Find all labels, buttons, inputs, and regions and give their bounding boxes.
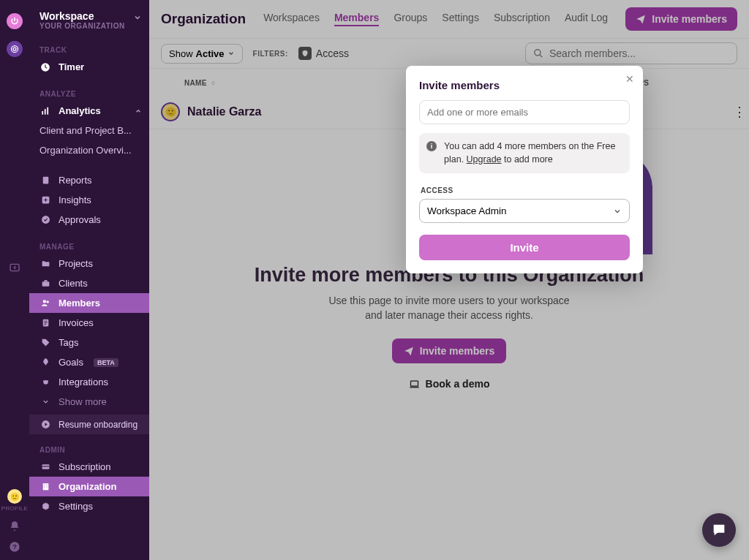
svg-rect-22 xyxy=(46,485,47,485)
document-icon xyxy=(39,175,51,185)
card-icon xyxy=(39,462,51,472)
svg-point-1 xyxy=(13,48,16,50)
svg-rect-23 xyxy=(44,487,45,488)
chat-fab[interactable] xyxy=(702,513,736,547)
sidebar-item-tags[interactable]: Tags xyxy=(29,333,149,352)
gear-icon xyxy=(39,502,51,511)
clock-icon xyxy=(39,62,51,72)
rocket-icon xyxy=(39,357,51,367)
sidebar-label: Insights xyxy=(59,194,91,205)
sidebar-item-client-project[interactable]: Client and Project B... xyxy=(29,121,149,140)
profile-label: PROFILE xyxy=(1,505,28,512)
chart-icon xyxy=(39,106,51,116)
sidebar-item-analytics[interactable]: Analytics xyxy=(29,101,149,121)
role-dropdown[interactable]: Workspace Admin xyxy=(419,199,630,223)
play-circle-icon xyxy=(39,420,51,429)
svg-rect-24 xyxy=(46,487,47,488)
svg-text:?: ? xyxy=(12,543,17,550)
sidebar-label: Reports xyxy=(59,175,92,186)
svg-point-11 xyxy=(42,216,50,224)
sidebar-label: Tags xyxy=(59,337,78,348)
upgrade-link[interactable]: Upgrade xyxy=(467,154,502,164)
notifications-icon[interactable] xyxy=(9,521,20,532)
chevron-down-icon xyxy=(39,398,51,406)
section-analyze: ANALYZE xyxy=(29,86,149,101)
sidebar-item-clients[interactable]: Clients xyxy=(29,273,149,293)
plug-icon xyxy=(39,377,51,387)
collapse-sidebar-icon[interactable] xyxy=(0,262,29,273)
svg-rect-12 xyxy=(42,281,49,287)
briefcase-icon xyxy=(39,279,51,288)
help-icon[interactable]: ? xyxy=(9,541,20,553)
plan-note: i You can add 4 more members on the Free… xyxy=(419,133,630,173)
sidebar-item-resume-onboarding[interactable]: Resume onboarding xyxy=(29,415,149,434)
building-icon xyxy=(39,482,51,491)
toggl-power-icon[interactable] xyxy=(7,13,23,29)
folder-icon xyxy=(39,259,51,268)
section-admin: ADMIN xyxy=(29,442,149,457)
sidebar-item-timer[interactable]: Timer xyxy=(29,57,149,77)
sidebar-label: Client and Project B... xyxy=(39,125,132,136)
email-input[interactable] xyxy=(419,100,630,124)
sidebar-label: Organization xyxy=(59,481,116,492)
svg-rect-13 xyxy=(44,280,47,281)
sidebar-label: Clients xyxy=(59,278,88,289)
svg-rect-19 xyxy=(42,466,49,466)
svg-point-15 xyxy=(46,300,48,303)
workspace-subtitle: YOUR ORGANIZATION xyxy=(39,22,139,30)
sidebar: Workspace YOUR ORGANIZATION TRACK Timer … xyxy=(29,0,149,560)
sidebar-label: Resume onboarding xyxy=(59,420,138,430)
plus-square-icon xyxy=(39,195,51,205)
sidebar-label: Projects xyxy=(59,258,93,269)
sidebar-item-integrations[interactable]: Integrations xyxy=(29,372,149,392)
sidebar-item-projects[interactable]: Projects xyxy=(29,254,149,273)
sidebar-item-approvals[interactable]: Approvals xyxy=(29,210,149,230)
sidebar-item-reports[interactable]: Reports xyxy=(29,170,149,190)
role-value: Workspace Admin xyxy=(427,205,507,216)
svg-rect-6 xyxy=(42,111,43,115)
check-circle-icon xyxy=(39,215,51,224)
svg-rect-8 xyxy=(47,107,48,114)
chevron-down-icon xyxy=(133,13,142,22)
sidebar-label: Timer xyxy=(59,61,84,72)
invite-modal: ✕ Invite members i You can add 4 more me… xyxy=(406,66,643,273)
sidebar-item-insights[interactable]: Insights xyxy=(29,190,149,210)
product-switcher-icon[interactable] xyxy=(7,41,23,57)
tag-icon xyxy=(39,338,51,347)
sidebar-label: Goals xyxy=(59,357,83,368)
sidebar-label: Integrations xyxy=(59,377,108,387)
icon-rail: 🙂 PROFILE ? xyxy=(0,0,29,560)
invite-submit-button[interactable]: Invite xyxy=(419,235,630,260)
chevron-down-icon xyxy=(613,207,622,216)
modal-title: Invite members xyxy=(419,79,630,91)
sidebar-item-subscription[interactable]: Subscription xyxy=(29,457,149,477)
sidebar-label: Members xyxy=(59,298,100,309)
sidebar-label: Approvals xyxy=(59,214,101,225)
sidebar-label: Organization Overvi... xyxy=(39,145,132,156)
workspace-switcher[interactable]: Workspace YOUR ORGANIZATION xyxy=(29,7,149,42)
sidebar-item-settings[interactable]: Settings xyxy=(29,496,149,516)
close-icon[interactable]: ✕ xyxy=(625,73,634,85)
sidebar-item-organization[interactable]: Organization xyxy=(29,477,149,496)
sidebar-label: Show more xyxy=(59,396,107,407)
svg-rect-7 xyxy=(45,109,46,115)
sidebar-item-org-overview[interactable]: Organization Overvi... xyxy=(29,140,149,160)
chevron-up-icon xyxy=(135,107,142,115)
profile-avatar[interactable]: 🙂 PROFILE xyxy=(1,489,28,512)
sidebar-label: Subscription xyxy=(59,461,111,472)
svg-point-14 xyxy=(42,300,45,303)
sidebar-item-members[interactable]: Members xyxy=(29,293,149,313)
invoice-icon xyxy=(39,318,51,328)
access-label: ACCESS xyxy=(421,186,630,194)
users-icon xyxy=(39,298,51,308)
svg-rect-20 xyxy=(42,483,48,490)
sidebar-label: Invoices xyxy=(59,317,94,328)
svg-point-0 xyxy=(12,46,18,53)
sidebar-item-invoices[interactable]: Invoices xyxy=(29,313,149,333)
section-manage: MANAGE xyxy=(29,238,149,254)
svg-rect-9 xyxy=(42,177,48,184)
sidebar-item-show-more[interactable]: Show more xyxy=(29,392,149,412)
info-icon: i xyxy=(426,141,437,151)
sidebar-label: Analytics xyxy=(59,105,101,116)
sidebar-item-goals[interactable]: Goals BETA xyxy=(29,352,149,372)
